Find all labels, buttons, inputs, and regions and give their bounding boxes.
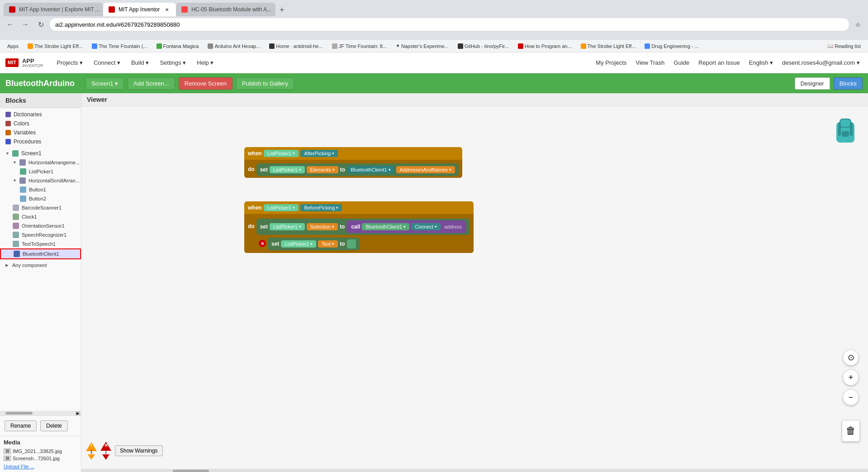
bookmark-2[interactable]: The Time Fountain (... <box>88 43 151 50</box>
bookmark-1[interactable]: The Strobe Light Eff... <box>24 43 86 50</box>
nav-settings[interactable]: Settings ▾ <box>155 57 190 68</box>
block-afterpicking-container[interactable]: when ListPicker1 ▾ AfterPicking ▾ do <box>244 147 462 178</box>
beforepicking-pill[interactable]: BeforePicking ▾ <box>300 204 342 211</box>
bookmark-5[interactable]: Home · antdroid-he... <box>266 43 326 50</box>
new-tab-button[interactable]: + <box>275 4 288 16</box>
listpicker1-pill-1[interactable]: ListPicker1 ▾ <box>264 150 299 157</box>
sidebar-scrollbar-thumb[interactable] <box>5 412 33 415</box>
tab-2[interactable]: MIT App Inventor ✕ <box>103 3 176 16</box>
sidebar-item-button1[interactable]: Button1 <box>0 185 81 194</box>
block-beforepicking-container[interactable]: when ListPicker1 ▾ BeforePicking ▾ <box>244 201 474 253</box>
bookmark-10[interactable]: The Strobe Light Eff... <box>577 43 640 50</box>
horizontal-scroll-collapse-icon[interactable]: ▼ <box>13 178 17 183</box>
set-elements-block[interactable]: set ListPicker1 ▾ Elements ▾ to <box>256 163 459 176</box>
bluetooth-pill-2[interactable]: BluetoothClient1 ▾ <box>362 223 409 230</box>
backpack[interactable] <box>832 115 859 147</box>
sidebar-item-barcode[interactable]: BarcodeScanner1 <box>0 203 81 212</box>
blocks-button[interactable]: Blocks <box>834 77 863 90</box>
my-projects-link[interactable]: My Projects <box>593 58 629 67</box>
user-menu[interactable]: desent.roses4u@gmail.com ▾ <box>779 58 863 67</box>
guide-link[interactable]: Guide <box>671 58 692 67</box>
listpicker1-pill-4[interactable]: ListPicker1 ▾ <box>270 223 305 230</box>
sidebar-item-any-component[interactable]: ▶ Any component <box>0 261 81 269</box>
sidebar-item-dictionaries[interactable]: Dictionaries <box>0 110 81 119</box>
bookmark-3[interactable]: Fontana Magica <box>153 43 203 50</box>
publish-button[interactable]: Publish to Gallery <box>236 77 294 90</box>
bookmark-apps[interactable]: Apps <box>4 43 22 50</box>
selection-pill[interactable]: Selection ▾ <box>307 223 338 230</box>
add-screen-button[interactable]: Add Screen... <box>128 77 175 90</box>
set-selection-block[interactable]: set ListPicker1 ▾ Selection ▾ <box>256 219 470 235</box>
bookmark-8[interactable]: GitHub - tino/pyFir... <box>454 43 512 50</box>
blocks-canvas[interactable]: when ListPicker1 ▾ AfterPicking ▾ do <box>81 106 868 469</box>
trash-button[interactable]: 🗑 <box>842 420 860 442</box>
sidebar-item-button2[interactable]: Button2 <box>0 194 81 203</box>
bookmark-6[interactable]: JF Time Fountain: 8... <box>328 43 390 50</box>
zoom-out-button[interactable]: − <box>843 389 859 405</box>
sidebar-item-orientation[interactable]: OrientationSensor1 <box>0 221 81 230</box>
nav-help[interactable]: Help ▾ <box>192 57 218 68</box>
sidebar-item-bluetooth[interactable]: BluetoothClient1 <box>0 248 81 259</box>
text-pill[interactable]: Text ▾ <box>318 240 338 248</box>
nav-connect[interactable]: Connect ▾ <box>89 57 125 68</box>
sidebar-item-screen1[interactable]: ▼ Screen1 <box>0 149 81 158</box>
bluetooth-pill-1[interactable]: BluetoothClient1 ▾ <box>347 166 394 173</box>
set-text-block[interactable]: set ListPicker1 ▾ Text ▾ t <box>268 238 360 250</box>
view-trash-link[interactable]: View Trash <box>633 58 667 67</box>
afterpicking-pill[interactable]: AfterPicking ▾ <box>300 150 338 157</box>
screen1-collapse-icon[interactable]: ▼ <box>5 151 9 156</box>
sidebar-item-horizontal-arr[interactable]: ▼ HorizontalArrangeme... <box>0 158 81 167</box>
back-button[interactable]: ← <box>4 18 16 31</box>
sidebar-scroll-right[interactable]: ▶ <box>76 411 80 415</box>
remove-screen-button[interactable]: Remove Screen <box>179 77 232 90</box>
show-warnings-button[interactable]: Show Warnings <box>115 445 163 456</box>
sidebar-item-listpicker1[interactable]: ListPicker1 <box>0 167 81 176</box>
listpicker1-pill-2[interactable]: ListPicker1 ▾ <box>270 166 305 173</box>
designer-button[interactable]: Designer <box>795 77 830 90</box>
sidebar-item-clock[interactable]: Clock1 <box>0 212 81 221</box>
address-input[interactable] <box>50 18 849 31</box>
elements-pill[interactable]: Elements ▾ <box>307 166 338 173</box>
bookmark-9[interactable]: How to Program an... <box>514 43 575 50</box>
addresses-pill[interactable]: AddressesAndNames ▾ <box>396 166 455 173</box>
canvas-scrollbar-h[interactable] <box>81 469 868 472</box>
tab-1[interactable]: MIT App Inventor | Explore MIT ... ✕ <box>4 3 103 16</box>
block-x-button[interactable]: ✕ <box>259 240 266 247</box>
bookmark-4[interactable]: Arduino Ant Hexap... <box>204 43 264 50</box>
delete-button[interactable]: Delete <box>40 420 68 431</box>
nav-projects[interactable]: Projects ▾ <box>52 57 87 68</box>
sidebar-item-procedures[interactable]: Procedures <box>0 137 81 146</box>
connect-pill[interactable]: Connect ▾ <box>411 223 441 230</box>
language-selector[interactable]: English ▾ <box>746 58 776 67</box>
call-connect-block[interactable]: call BluetoothClient1 ▾ Connect ▾ <box>346 220 466 233</box>
tab-2-close[interactable]: ✕ <box>163 6 171 13</box>
bookmark-3-label: Fontana Magica <box>163 43 199 49</box>
bookmark-reading-list[interactable]: 📖 Reading list <box>824 42 864 50</box>
sidebar-item-colors[interactable]: Colors <box>0 119 81 128</box>
sidebar-item-variables[interactable]: Variables <box>0 128 81 137</box>
forward-button[interactable]: → <box>19 18 32 31</box>
screen-selector[interactable]: Screen1 ▾ <box>85 77 124 90</box>
target-button[interactable]: ⊙ <box>843 349 859 366</box>
canvas-scrollbar-thumb[interactable] <box>173 470 209 472</box>
bluetooth-arrow-1: ▾ <box>389 167 391 172</box>
any-component-expand-icon[interactable]: ▶ <box>5 263 9 267</box>
nav-build[interactable]: Build ▾ <box>127 57 154 68</box>
bookmark-7[interactable]: ✦ Napster's Experime... <box>392 42 452 50</box>
sidebar-item-horizontal-scroll[interactable]: ▼ HorizontalScrollArran... <box>0 176 81 185</box>
bookmark-button[interactable]: ☆ <box>852 18 864 31</box>
rename-button[interactable]: Rename <box>5 420 37 431</box>
sidebar-scrollbar[interactable]: ▶ <box>0 411 81 415</box>
upload-file-button[interactable]: Upload File ... <box>4 464 77 469</box>
report-issue-link[interactable]: Report an Issue <box>696 58 743 67</box>
bookmark-11[interactable]: Drug Engineering - ... <box>641 43 702 50</box>
refresh-button[interactable]: ↻ <box>34 18 47 31</box>
sidebar-item-tts[interactable]: TextToSpeech1 <box>0 239 81 248</box>
text-value-slot[interactable] <box>347 239 356 248</box>
zoom-in-button[interactable]: + <box>843 369 859 386</box>
sidebar-item-speech[interactable]: SpeechRecognizer1 <box>0 230 81 239</box>
listpicker1-pill-5[interactable]: ListPicker1 ▾ <box>281 240 316 248</box>
listpicker1-pill-3[interactable]: ListPicker1 ▾ <box>264 204 299 211</box>
tab-3[interactable]: HC-05 Bluetooth Module with A... ✕ <box>176 3 275 16</box>
horizontal-arr-collapse-icon[interactable]: ▼ <box>13 160 17 165</box>
